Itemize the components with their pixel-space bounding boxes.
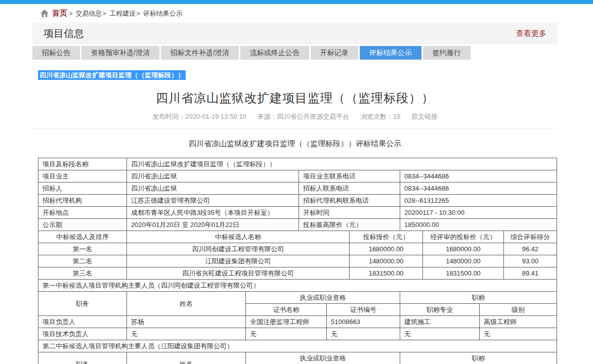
table-cell: 综合评标得分: [504, 231, 557, 243]
table-row: 项目业主四川省凉山监狱项目业主联系电话0834--3444686: [38, 170, 557, 183]
tab-bar: 招标公告资格预审补遗/澄清招标文件补遗/澄清流标或终止公告开标记录评标结果公示签…: [32, 46, 558, 60]
table-row: 中标候选人及排序中标候选人名称投标报价（元）经评审的投标价（元）综合评标得分: [38, 231, 557, 243]
table-cell: 中标候选人名称: [127, 231, 350, 243]
home-icon: [40, 10, 49, 17]
table-cell: 证书名称: [246, 304, 327, 316]
table-cell: 项目业主: [38, 170, 127, 183]
table-cell: 第三名: [38, 267, 127, 280]
table-cell: 项目业主联系电话: [299, 170, 400, 183]
article-title: 四川省凉山监狱改扩建项目监理（（监理标段））: [32, 90, 558, 106]
table-cell: 2020年01月20日 至 2020年01月22日: [127, 219, 299, 231]
breadcrumb-separator: >: [136, 10, 140, 17]
table-cell: 四川省凉山监狱改扩建项目监理（（监理标段））: [127, 158, 557, 170]
original-link[interactable]: 原文链接: [411, 113, 438, 120]
tab-item[interactable]: 资格预审补遗/澄清: [81, 46, 159, 60]
table-cell: 无: [127, 328, 246, 340]
table-cell: 无: [480, 328, 557, 340]
publish-time-label: 发布时间：: [152, 113, 185, 120]
tab-active[interactable]: 评标结果公示: [360, 46, 421, 60]
table-cell: 级别: [480, 304, 557, 316]
table-cell: 无: [327, 328, 400, 340]
table-row: 第三名四川省兴旺建设工程项目管理有限公司1831500.001831500.00…: [38, 267, 557, 280]
view-more-link[interactable]: 查看更多: [516, 29, 546, 38]
table-cell: 姓名: [127, 292, 246, 316]
table-cell: 1480000.00: [423, 255, 504, 267]
table-cell: 招标代理机构联系电话: [299, 195, 400, 207]
page-title: 项目信息: [44, 27, 84, 40]
table-cell: 江阳建设集团有限公司: [127, 255, 350, 267]
table-row: 招标代理机构江苏正德建设管理有限公司招标代理机构联系电话028--6131226…: [38, 195, 557, 207]
table-cell: 四川同创建设工程管理有限公司: [127, 243, 350, 255]
table-row: 第二中标候选人项目管理机构主要人员（江阳建设集团有限公司）: [38, 340, 557, 352]
table-cell: 招标代理机构: [38, 195, 127, 207]
tab-item[interactable]: 流标或终止公告: [240, 46, 309, 60]
table-cell: 职称: [400, 352, 557, 364]
publish-time-value: 2020-01-19 13:50:10: [185, 113, 246, 120]
breadcrumb-separator: >: [69, 10, 73, 17]
breadcrumb-bar: 首页 >交易信息>工程建设>评标结果公示: [0, 4, 593, 23]
table-cell: 1831500.00: [350, 267, 423, 280]
table-cell: 无: [246, 328, 327, 340]
table-cell: 投标报价（元）: [350, 231, 423, 243]
table-cell: 高级工程师: [480, 316, 557, 328]
table-cell: 执业或职业资格: [246, 352, 400, 364]
table-cell: 第二名: [38, 255, 127, 267]
table-cell: 四川省凉山监狱: [127, 183, 299, 195]
table-row: 第一名四川同创建设工程管理有限公司1680000.001680000.0096.…: [38, 243, 557, 255]
table-cell: 第一中标候选人项目管理机构主要人员（四川同创建设工程管理有限公司）: [38, 280, 557, 292]
breadcrumb-item[interactable]: 交易信息: [76, 10, 102, 17]
table-cell: 职务: [38, 292, 127, 316]
table-row: 第二名江阳建设集团有限公司1480000.001480000.0093.00: [38, 255, 557, 267]
table-cell: 0834--3444686: [400, 183, 557, 195]
table-cell: 职称: [400, 292, 557, 304]
table-cell: 证书编号: [327, 304, 400, 316]
breadcrumb-item[interactable]: 评标结果公示: [143, 10, 183, 17]
table-cell: 93.00: [504, 255, 557, 267]
table-row: 第一中标候选人项目管理机构主要人员（四川同创建设工程管理有限公司）: [38, 280, 557, 292]
breadcrumb-separator: >: [103, 10, 107, 17]
table-cell: 建筑施工: [400, 316, 480, 328]
table-row: 项目及标段名称四川省凉山监狱改扩建项目监理（（监理标段））: [38, 158, 557, 170]
tab-item[interactable]: 开标记录: [311, 46, 358, 60]
table-cell: 姓名: [127, 352, 246, 364]
table-row: 职务姓名执业或职业资格职称: [38, 292, 557, 304]
table-cell: 第二中标候选人项目管理机构主要人员（江阳建设集团有限公司）: [38, 340, 557, 352]
table-cell: 开标时间: [299, 207, 400, 219]
table-cell: 项目负责人: [38, 316, 127, 328]
tab-item[interactable]: 签约履行: [423, 46, 471, 60]
table-cell: 1831500.00: [423, 267, 504, 280]
table-cell: 职称专业: [400, 304, 480, 316]
table-cell: 1680000.00: [350, 243, 423, 255]
table-cell: 公示期: [38, 219, 127, 231]
table-cell: 028--61312265: [400, 195, 557, 207]
tab-item[interactable]: 招标公告: [32, 46, 80, 60]
table-cell: 20200117 - 10:30:00: [400, 207, 557, 219]
table-cell: 招标人: [38, 183, 127, 195]
table-cell: 无: [400, 328, 480, 340]
table-row: 职务姓名执业或职业资格职称: [38, 352, 557, 364]
breadcrumb-item[interactable]: 工程建设: [109, 10, 136, 17]
content-container: 项目信息 查看更多 招标公告资格预审补遗/澄清招标文件补遗/澄清流标或终止公告开…: [32, 23, 558, 364]
table-cell: 中标候选人及排序: [38, 231, 127, 243]
table-row: 项目技术负责人无无无无无: [38, 328, 557, 340]
table-cell: 四川省兴旺建设工程项目管理有限公司: [127, 267, 350, 280]
results-table: 项目及标段名称四川省凉山监狱改扩建项目监理（（监理标段））项目业主四川省凉山监狱…: [38, 158, 557, 364]
breadcrumb-home-link[interactable]: 首页: [52, 9, 67, 18]
selected-link-row: 四川省凉山监狱改扩建项目监理（（监理标段））: [38, 70, 558, 80]
table-cell: 投标最高限价（元）: [299, 219, 400, 231]
table-cell: 96.42: [504, 243, 557, 255]
section-header: 项目信息 查看更多: [32, 23, 558, 44]
table-cell: 1480000.00: [350, 255, 423, 267]
tab-item[interactable]: 招标文件补遗/澄清: [161, 46, 239, 60]
table-cell: 经评审的投标价（元）: [423, 231, 504, 243]
project-result-link[interactable]: 四川省凉山监狱改扩建项目监理（（监理标段））: [38, 70, 186, 80]
table-cell: 89.41: [504, 267, 557, 280]
meta-divider: [32, 128, 558, 128]
table-cell: 项目及标段名称: [38, 158, 127, 170]
table-cell: 1850000.00: [400, 219, 557, 231]
table-row: 开标地点成都市青羊区人民中路3段35号（本项目开标室）开标时间20200117 …: [38, 207, 557, 219]
document-subtitle: 四川省凉山监狱改扩建项目监理（（监理标段））评标结果公示: [32, 139, 558, 149]
table-cell: 江苏正德建设管理有限公司: [127, 195, 299, 207]
table-cell: 四川省凉山监狱: [127, 170, 299, 183]
breadcrumb-items: >交易信息>工程建设>评标结果公示: [68, 9, 183, 18]
